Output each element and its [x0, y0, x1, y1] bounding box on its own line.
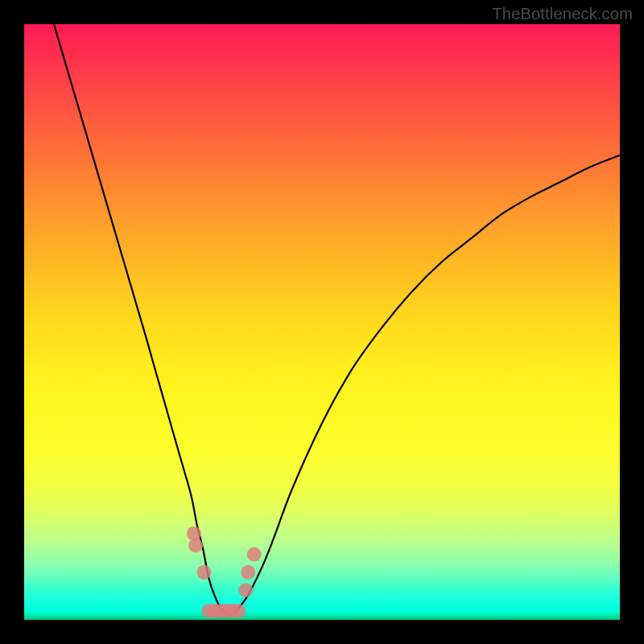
curve-marker [238, 583, 253, 597]
curve-line [54, 24, 620, 615]
curve-marker [188, 539, 203, 553]
watermark-text: TheBottleneck.com [492, 5, 633, 23]
curve-marker [231, 604, 246, 618]
curve-marker [196, 565, 211, 580]
curve-marker [241, 565, 255, 580]
curve-marker [247, 547, 262, 562]
plot-area [24, 24, 620, 620]
marker-group [187, 526, 262, 618]
chart-frame: TheBottleneck.com [0, 0, 644, 644]
bottleneck-curve-chart [24, 24, 620, 620]
